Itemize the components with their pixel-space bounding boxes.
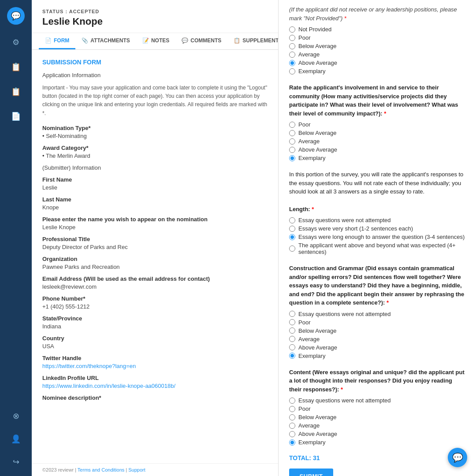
radio-above-con-input[interactable] xyxy=(289,431,295,437)
chat-bubble[interactable]: 💬 xyxy=(448,448,467,467)
tab-notes[interactable]: 📝 NOTES xyxy=(136,33,175,49)
radio-above-g-input[interactable] xyxy=(289,344,295,350)
radio-not-attempted-g-input[interactable] xyxy=(289,311,295,317)
radio-avg-g: Average xyxy=(289,336,465,342)
tab-supplemental[interactable]: 📋 SUPPLEMENTAL xyxy=(227,33,279,49)
radio-long-enough-len-input[interactable] xyxy=(289,234,295,240)
content-question-text: Content (Were essays original and unique… xyxy=(289,368,465,394)
form-section-title: SUBMISSION FORM xyxy=(42,59,268,66)
right-panel: (If the applicant did not receive or any… xyxy=(279,0,476,476)
footer: ©2023 reviewr | Terms and Conditions | S… xyxy=(32,463,278,476)
sidebar: 💬 ⚙ 📋 📋 📄 ⊗ 👤 ↪ xyxy=(0,0,32,476)
radio-exemplary-c-input[interactable] xyxy=(289,155,295,161)
radio-above-con: Above Average xyxy=(289,431,465,437)
field-award-category: Award Category* The Merlin Award xyxy=(42,145,268,159)
radio-avg-con: Average xyxy=(289,422,465,429)
sidebar-item-clipboard1[interactable]: 📋 xyxy=(9,60,23,74)
field-state: State/Province Indiana xyxy=(42,315,268,330)
radio-avg-g-input[interactable] xyxy=(289,336,295,342)
submit-button[interactable]: SUBMIT xyxy=(289,469,333,476)
field-phone: Phone Number* +1 (402) 555-1212 xyxy=(42,295,268,310)
left-panel: STATUS : ACCEPTED Leslie Knope 📄 FORM 📎 … xyxy=(32,0,279,476)
tab-form-icon: 📄 xyxy=(45,37,52,44)
radio-above-beyond-len-input[interactable] xyxy=(289,245,295,252)
community-question-text: Rate the applicant's involvement in and … xyxy=(289,83,465,118)
sidebar-logo[interactable]: 💬 xyxy=(7,7,25,25)
radio-poor-g-input[interactable] xyxy=(289,319,295,325)
radio-below-con: Below Average xyxy=(289,414,465,420)
radio-not-attempted-con-input[interactable] xyxy=(289,398,295,404)
radio-poor-con-input[interactable] xyxy=(289,406,295,412)
tab-comments[interactable]: 💬 COMMENTS xyxy=(175,33,227,49)
field-nomination-type: Nomination Type* Self-Nominating xyxy=(42,125,268,139)
radio-not-attempted-len-input[interactable] xyxy=(289,217,295,223)
radio-below-avg-l-input[interactable] xyxy=(289,43,295,49)
tabs-bar: 📄 FORM 📎 ATTACHMENTS 📝 NOTES 💬 COMMENTS … xyxy=(32,33,278,50)
radio-below-con-input[interactable] xyxy=(289,414,295,420)
tab-notes-icon: 📝 xyxy=(142,37,149,44)
tab-attachments[interactable]: 📎 ATTACHMENTS xyxy=(75,33,136,49)
sidebar-item-logout[interactable]: ↪ xyxy=(9,455,23,469)
field-email: Email Address (Will be used as the email… xyxy=(42,275,268,290)
radio-above-avg-l-input[interactable] xyxy=(289,60,295,66)
radio-exemplary-l: Exemplary xyxy=(289,68,465,74)
tab-attachments-icon: 📎 xyxy=(82,37,88,44)
sidebar-item-settings[interactable]: ⚙ xyxy=(9,35,23,49)
length-question-text: Length: * xyxy=(289,205,465,214)
radio-avg-l: Average xyxy=(289,51,465,58)
radio-not-attempted-len: Essay questions were not attempted xyxy=(289,217,465,223)
radio-not-attempted-con: Essay questions were not attempted xyxy=(289,397,465,404)
support-link[interactable]: Support xyxy=(128,467,145,472)
radio-not-provided-input[interactable] xyxy=(289,26,295,33)
tab-comments-icon: 💬 xyxy=(182,37,188,44)
terms-link[interactable]: Terms and Conditions xyxy=(78,467,124,472)
status-label: STATUS : ACCEPTED xyxy=(42,9,268,14)
field-country: Country USA xyxy=(42,335,268,350)
radio-very-short-len-input[interactable] xyxy=(289,226,295,232)
radio-exemplary-g-input[interactable] xyxy=(289,353,295,359)
sidebar-item-clipboard2[interactable]: 📋 xyxy=(9,85,23,99)
submitter-info-label: (Submitter) Information xyxy=(42,164,268,171)
twitter-link[interactable]: https://twitter.com/theknope?lang=en xyxy=(42,363,136,369)
radio-above-c-input[interactable] xyxy=(289,147,295,153)
sidebar-item-cancel[interactable]: ⊗ xyxy=(9,409,23,423)
essay-note-text: In this portion of the survey, you will … xyxy=(289,170,465,196)
radio-below-c-input[interactable] xyxy=(289,130,295,136)
question-grammar: Construction and Grammar (Did essays con… xyxy=(289,264,465,359)
radio-poor-g: Poor xyxy=(289,319,465,326)
radio-below-g-input[interactable] xyxy=(289,327,295,334)
applicant-header: STATUS : ACCEPTED Leslie Knope xyxy=(32,0,278,33)
radio-exemplary-g: Exemplary xyxy=(289,353,465,359)
field-twitter: Twitter Handle https://twitter.com/thekn… xyxy=(42,355,268,369)
radio-exemplary-l-input[interactable] xyxy=(289,68,295,74)
radio-avg-l-input[interactable] xyxy=(289,52,295,58)
radio-above-c: Above Average xyxy=(289,146,465,153)
main-content: STATUS : ACCEPTED Leslie Knope 📄 FORM 📎 … xyxy=(32,0,476,476)
radio-avg-con-input[interactable] xyxy=(289,423,295,429)
tab-form[interactable]: 📄 FORM xyxy=(39,33,75,49)
grammar-question-text: Construction and Grammar (Did essays con… xyxy=(289,264,465,307)
radio-poor-c-input[interactable] xyxy=(289,122,295,128)
sidebar-item-user[interactable]: 👤 xyxy=(9,432,23,446)
linkedin-link[interactable]: https://www.linkedin.com/in/leslie-knope… xyxy=(42,383,175,389)
right-scroll: (If the applicant did not receive or any… xyxy=(279,0,476,476)
field-linkedin: LinkedIn Profile URL https://www.linkedi… xyxy=(42,375,268,389)
radio-not-provided: Not Provided xyxy=(289,26,465,33)
applicant-name: Leslie Knope xyxy=(42,16,268,27)
radio-poor-l-input[interactable] xyxy=(289,35,295,41)
leadership-note: (If the applicant did not receive or any… xyxy=(289,5,465,22)
radio-long-enough-len: Essays were long enough to answer the qu… xyxy=(289,234,465,240)
radio-not-attempted-g: Essay questions were not attempted xyxy=(289,311,465,317)
total-line: TOTAL: 31 xyxy=(289,454,465,461)
radio-avg-c-input[interactable] xyxy=(289,138,295,145)
field-display-name: Please enter the name you wish to appear… xyxy=(42,216,268,231)
radio-exemplary-con: Exemplary xyxy=(289,439,465,446)
radio-exemplary-c: Exemplary xyxy=(289,155,465,161)
essay-note-block: In this portion of the survey, you will … xyxy=(289,170,465,196)
field-nominee-desc: Nominee description* xyxy=(42,394,268,401)
sidebar-item-document[interactable]: 📄 xyxy=(9,109,23,123)
radio-below-avg-l: Below Average xyxy=(289,43,465,49)
radio-exemplary-con-input[interactable] xyxy=(289,439,295,446)
radio-below-g: Below Average xyxy=(289,327,465,334)
tab-supplemental-icon: 📋 xyxy=(234,37,240,44)
